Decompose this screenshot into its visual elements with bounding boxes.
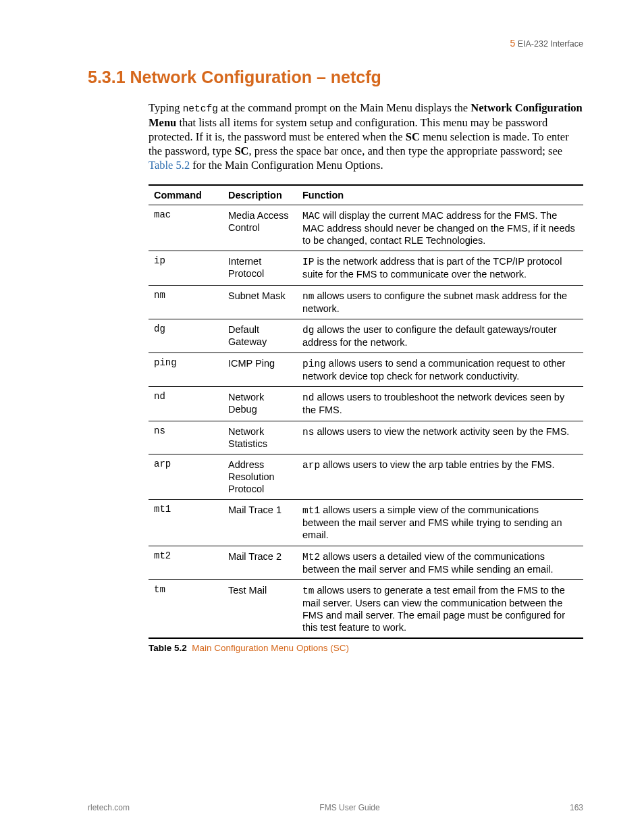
table-row: tmTest Mailtm allows users to generate a…	[149, 579, 583, 638]
function-code: dg	[302, 325, 314, 336]
table-row: mt2Mail Trace 2Mt2 allows users a detail…	[149, 546, 583, 579]
footer-left: rletech.com	[88, 803, 130, 812]
intro-text: for the Main Configuration Menu Options.	[190, 159, 383, 172]
table-row: ndNetwork Debugnd allows users to troubl…	[149, 387, 583, 421]
cell-command: dg	[149, 319, 223, 353]
function-text: is the network address that is part of t…	[302, 256, 562, 280]
cell-function: IP is the network address that is part o…	[297, 251, 583, 285]
function-code: ns	[302, 427, 314, 438]
function-code: MAC	[302, 211, 320, 221]
table-row: pingICMP Pingping allows users to send a…	[149, 353, 583, 387]
function-text: allows users a simple view of the commun…	[302, 504, 562, 540]
intro-text: , press the space bar once, and then typ…	[249, 145, 563, 157]
col-header-command: Command	[149, 185, 223, 205]
table-row: arpAddress Resolution Protocolarp allows…	[149, 454, 583, 499]
cell-description: Default Gateway	[223, 319, 297, 353]
footer-right: 163	[570, 803, 583, 812]
col-header-description: Description	[223, 185, 297, 205]
function-code: arp	[302, 460, 320, 471]
cell-description: Test Mail	[223, 579, 297, 638]
cell-description: Network Debug	[223, 387, 297, 421]
function-text: allows users a detailed view of the comm…	[302, 551, 554, 575]
function-text: allows users to view the arp table entri…	[320, 459, 554, 470]
cell-function: dg allows the user to configure the defa…	[297, 319, 583, 353]
table-crossref-link[interactable]: Table 5.2	[149, 159, 190, 172]
cell-description: Address Resolution Protocol	[223, 454, 297, 499]
cell-description: Mail Trace 2	[223, 546, 297, 579]
cell-command: ping	[149, 353, 223, 387]
cell-description: Network Statistics	[223, 421, 297, 454]
cell-function: tm allows users to generate a test email…	[297, 579, 583, 638]
function-text: allows users to view the network activit…	[314, 426, 569, 437]
cell-description: Internet Protocol	[223, 251, 297, 285]
intro-code-netcfg: netcfg	[183, 103, 218, 114]
cell-command: tm	[149, 579, 223, 638]
function-text: allows users to send a communication req…	[302, 358, 565, 382]
cell-function: Mt2 allows users a detailed view of the …	[297, 546, 583, 579]
cell-function: arp allows users to view the arp table e…	[297, 454, 583, 499]
cell-function: ping allows users to send a communicatio…	[297, 353, 583, 387]
cell-command: mac	[149, 205, 223, 251]
intro-paragraph: Typing netcfg at the command prompt on t…	[149, 101, 583, 172]
section-heading: 5.3.1 Network Configuration – netcfg	[88, 68, 583, 87]
cell-function: ns allows users to view the network acti…	[297, 421, 583, 454]
footer-center: FMS User Guide	[319, 803, 379, 812]
cell-command: mt2	[149, 546, 223, 579]
running-header: 5 EIA-232 Interface	[88, 38, 583, 49]
cell-function: mt1 allows users a simple view of the co…	[297, 500, 583, 546]
intro-bold-sc1: SC	[406, 130, 420, 143]
caption-text: Main Configuration Menu Options (SC)	[192, 643, 349, 653]
cell-command: nm	[149, 285, 223, 319]
table-row: mt1Mail Trace 1mt1 allows users a simple…	[149, 500, 583, 546]
function-text: allows users to configure the subnet mas…	[302, 290, 567, 314]
cell-function: nd allows users to troubleshoot the netw…	[297, 387, 583, 421]
function-text: will display the current MAC address for…	[302, 210, 575, 246]
cell-description: Subnet Mask	[223, 285, 297, 319]
cell-function: nm allows users to configure the subnet …	[297, 285, 583, 319]
cell-description: Mail Trace 1	[223, 500, 297, 546]
table-header-row: Command Description Function	[149, 185, 583, 205]
page-footer: rletech.com FMS User Guide 163	[88, 803, 583, 812]
table-row: dgDefault Gatewaydg allows the user to c…	[149, 319, 583, 353]
table-row: nmSubnet Masknm allows users to configur…	[149, 285, 583, 319]
cell-command: arp	[149, 454, 223, 499]
intro-text: at the command prompt on the Main Menu d…	[218, 101, 471, 114]
table-row: ipInternet ProtocolIP is the network add…	[149, 251, 583, 285]
chapter-title: EIA-232 Interface	[518, 39, 583, 49]
table-caption: Table 5.2 Main Configuration Menu Option…	[149, 643, 583, 653]
function-text: allows the user to configure the default…	[302, 324, 557, 348]
cell-function: MAC will display the current MAC address…	[297, 205, 583, 251]
function-code: Mt2	[302, 552, 320, 563]
cell-description: Media Access Control	[223, 205, 297, 251]
function-code: nd	[302, 392, 314, 403]
cell-command: mt1	[149, 500, 223, 546]
col-header-function: Function	[297, 185, 583, 205]
cell-command: ns	[149, 421, 223, 454]
function-code: ping	[302, 359, 326, 369]
cell-command: nd	[149, 387, 223, 421]
function-code: mt1	[302, 505, 320, 516]
chapter-number: 5	[510, 38, 515, 49]
cell-description: ICMP Ping	[223, 353, 297, 387]
function-code: tm	[302, 585, 314, 596]
table-row: macMedia Access ControlMAC will display …	[149, 205, 583, 251]
intro-bold-sc2: SC	[234, 145, 248, 157]
intro-text: Typing	[149, 101, 183, 114]
function-text: allows users to troubleshoot the network…	[302, 392, 564, 415]
caption-label: Table 5.2	[149, 643, 187, 653]
table-row: nsNetwork Statisticsns allows users to v…	[149, 421, 583, 454]
function-code: nm	[302, 291, 314, 302]
function-text: allows users to generate a test email fr…	[302, 585, 565, 633]
function-code: IP	[302, 257, 314, 267]
config-options-table: Command Description Function macMedia Ac…	[149, 184, 583, 639]
cell-command: ip	[149, 251, 223, 285]
